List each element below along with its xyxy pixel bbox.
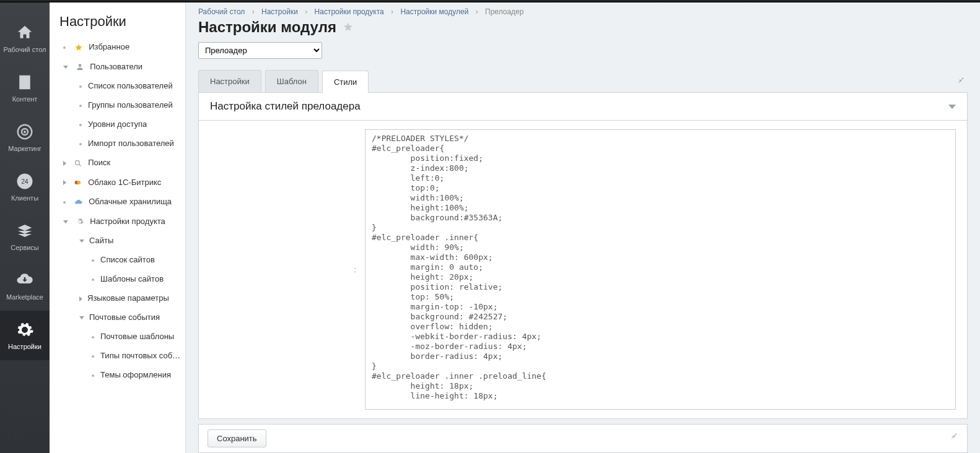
breadcrumb-item[interactable]: Настройки модулей <box>400 7 468 16</box>
chevron-down-icon <box>63 220 68 223</box>
bullet-icon <box>92 355 94 358</box>
panel-body: : <box>198 120 968 419</box>
favorite-star-icon[interactable] <box>343 22 354 33</box>
breadcrumb-item[interactable]: Рабочий стол <box>198 7 245 16</box>
chevron-right-icon: › <box>305 7 307 16</box>
sidebar-item-sites-templates[interactable]: Шаблоны сайтов <box>50 269 185 288</box>
chevron-right-icon <box>63 180 66 185</box>
chevron-right-icon: › <box>391 7 393 16</box>
rail-services[interactable]: Сервисы <box>0 212 50 261</box>
layers-icon <box>15 222 34 240</box>
sidebar-item-mail-events[interactable]: Почтовые события <box>50 308 185 327</box>
sidebar-item-cloud-1c[interactable]: Облако 1С-Битрикс <box>50 173 185 192</box>
cloud-storage-icon <box>74 198 83 207</box>
sidebar-item-sites[interactable]: Сайты <box>50 231 185 250</box>
sidebar-item-label: Облачные хранилища <box>89 197 172 206</box>
sidebar-item-label: Сайты <box>89 236 113 245</box>
gear-icon <box>15 321 34 339</box>
rail-label: Клиенты <box>11 194 38 202</box>
module-select[interactable]: Прелоадер <box>198 42 322 59</box>
sidebar-item-label: Пользователи <box>90 62 142 71</box>
sidebar-item-favorites[interactable]: Избранное <box>50 37 185 57</box>
sidebar-item-label: Список пользователей <box>88 81 173 90</box>
sidebar-item-users-groups[interactable]: Группы пользователей <box>50 95 185 114</box>
svg-point-8 <box>77 181 81 184</box>
rail-desktop[interactable]: Рабочий стол <box>0 14 50 63</box>
sidebar-item-label: Группы пользователей <box>88 100 173 110</box>
panel: Настройка стилей прелоадера : <box>198 92 968 419</box>
sidebar-item-product-settings[interactable]: Настройки продукта <box>50 212 185 231</box>
svg-text:24: 24 <box>21 178 28 185</box>
sidebar-item-search[interactable]: Поиск <box>50 153 185 173</box>
bullet-icon <box>92 278 94 281</box>
chevron-down-icon <box>79 316 84 319</box>
sidebar-item-users-access[interactable]: Уровни доступа <box>50 114 185 134</box>
rail-content[interactable]: Контент <box>0 63 50 113</box>
styles-code-textarea[interactable] <box>365 129 956 410</box>
tab-styles[interactable]: Стили <box>322 71 369 93</box>
tab-settings[interactable]: Настройки <box>198 70 261 92</box>
page-title: Настройки модуля <box>198 19 336 36</box>
sidebar-item-users-import[interactable]: Импорт пользователей <box>50 134 185 153</box>
sidebar-item-label: Темы оформления <box>100 370 171 379</box>
nav-rail: Рабочий стол Контент Маркетинг 24 Клиент… <box>0 2 50 453</box>
sidebar-item-label: Облако 1С-Битрикс <box>88 178 161 187</box>
breadcrumb-item[interactable]: Настройки продукта <box>315 7 384 16</box>
sidebar-item-mail-event-types[interactable]: Типы почтовых событий <box>50 346 185 365</box>
chevron-down-icon[interactable] <box>948 105 956 109</box>
sidebar-tree: Избранное Пользователи Список пользовате… <box>50 37 185 384</box>
root-layout: Рабочий стол Контент Маркетинг 24 Клиент… <box>0 2 980 453</box>
chevron-right-icon: › <box>252 7 255 16</box>
sidebar-item-users-list[interactable]: Список пользователей <box>50 76 185 95</box>
bullet-icon <box>92 259 94 262</box>
breadcrumb-item[interactable]: Настройки <box>261 7 298 16</box>
rail-marketing[interactable]: Маркетинг <box>0 113 50 162</box>
save-button[interactable]: Сохранить <box>208 429 266 447</box>
main-area: Рабочий стол › Настройки › Настройки про… <box>186 2 980 453</box>
bullet-icon <box>79 143 82 145</box>
sidebar-item-users[interactable]: Пользователи <box>50 57 185 77</box>
sidebar-item-label: Избранное <box>89 42 129 51</box>
rail-label: Рабочий стол <box>3 46 46 53</box>
rail-label: Настройки <box>8 343 42 350</box>
bullet-icon <box>79 124 82 126</box>
sidebar-item-mail-themes[interactable]: Темы оформления <box>50 365 185 384</box>
sidebar: Настройки Избранное Пользователи Список … <box>50 2 186 453</box>
svg-point-6 <box>75 160 79 165</box>
footer-bar: Сохранить <box>198 424 968 453</box>
bullet-icon <box>63 46 66 49</box>
cloud-download-icon <box>15 271 34 290</box>
sidebar-item-lang-params[interactable]: Языковые параметры <box>50 288 185 308</box>
sidebar-item-label: Уровни доступа <box>88 119 147 129</box>
rail-label: Marketplace <box>6 293 43 301</box>
panel-title: Настройка стилей прелоадера <box>210 100 361 113</box>
svg-point-2 <box>24 131 26 133</box>
rail-clients[interactable]: 24 Клиенты <box>0 162 50 212</box>
sidebar-item-label: Настройки продукта <box>90 217 165 226</box>
rail-label: Контент <box>12 95 38 103</box>
sidebar-item-cloud-storage[interactable]: Облачные хранилища <box>50 192 185 212</box>
chevron-right-icon <box>63 161 66 166</box>
target-icon <box>15 123 34 141</box>
sidebar-item-label: Список сайтов <box>100 255 155 264</box>
sidebar-item-sites-list[interactable]: Список сайтов <box>50 250 185 269</box>
chevron-down-icon <box>63 66 68 69</box>
svg-point-5 <box>78 64 81 67</box>
home-icon <box>15 24 34 42</box>
rail-settings[interactable]: Настройки <box>0 311 50 360</box>
tab-template[interactable]: Шаблон <box>265 70 318 92</box>
rail-marketplace[interactable]: Marketplace <box>0 261 50 311</box>
sidebar-item-label: Типы почтовых событий <box>100 351 185 360</box>
cloud-1c-icon <box>74 178 82 187</box>
document-icon <box>15 73 34 92</box>
sidebar-item-label: Почтовые шаблоны <box>100 332 174 341</box>
chevron-down-icon <box>79 239 84 243</box>
tabs: Настройки Шаблон Стили <box>186 70 980 92</box>
pin-icon[interactable] <box>950 431 958 439</box>
sidebar-title: Настройки <box>50 2 185 37</box>
pin-icon[interactable] <box>956 75 965 84</box>
sidebar-item-label: Импорт пользователей <box>88 139 174 148</box>
bullet-icon <box>63 201 66 204</box>
star-icon <box>74 43 83 52</box>
sidebar-item-mail-templates[interactable]: Почтовые шаблоны <box>50 327 185 346</box>
